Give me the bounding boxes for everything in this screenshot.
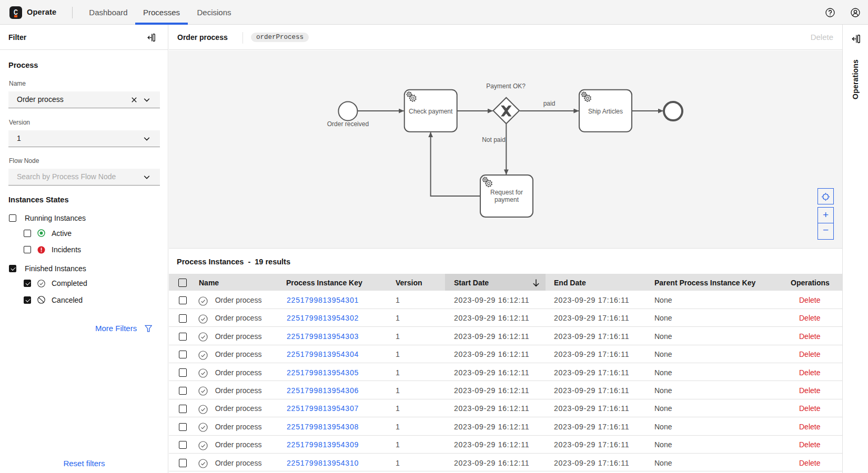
svg-text:Check payment: Check payment (409, 108, 453, 115)
svg-text:Order received: Order received (327, 120, 369, 128)
svg-text:payment: payment (494, 196, 519, 203)
svg-text:Payment OK?: Payment OK? (486, 83, 526, 90)
svg-text:Request for: Request for (490, 189, 523, 196)
svg-text:paid: paid (543, 100, 556, 107)
svg-text:Ship Articles: Ship Articles (588, 108, 623, 115)
svg-text:Not paid: Not paid (482, 136, 506, 143)
